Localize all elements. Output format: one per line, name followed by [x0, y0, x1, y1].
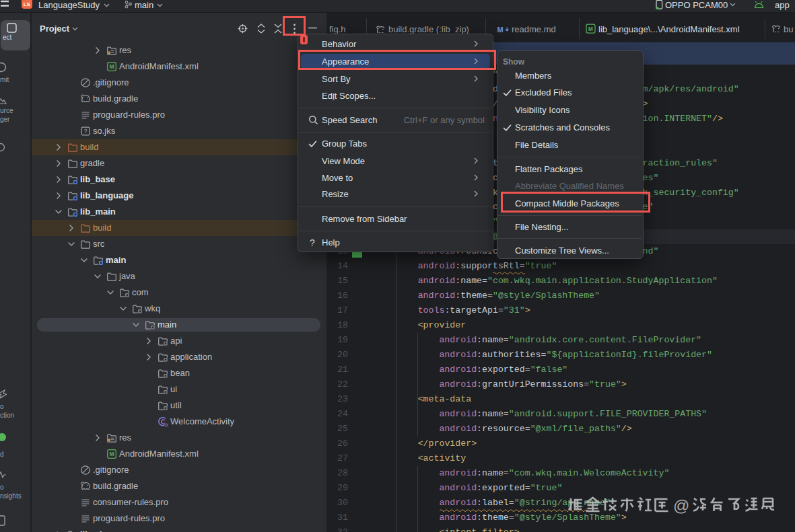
svg-text:@: @ — [673, 496, 689, 515]
